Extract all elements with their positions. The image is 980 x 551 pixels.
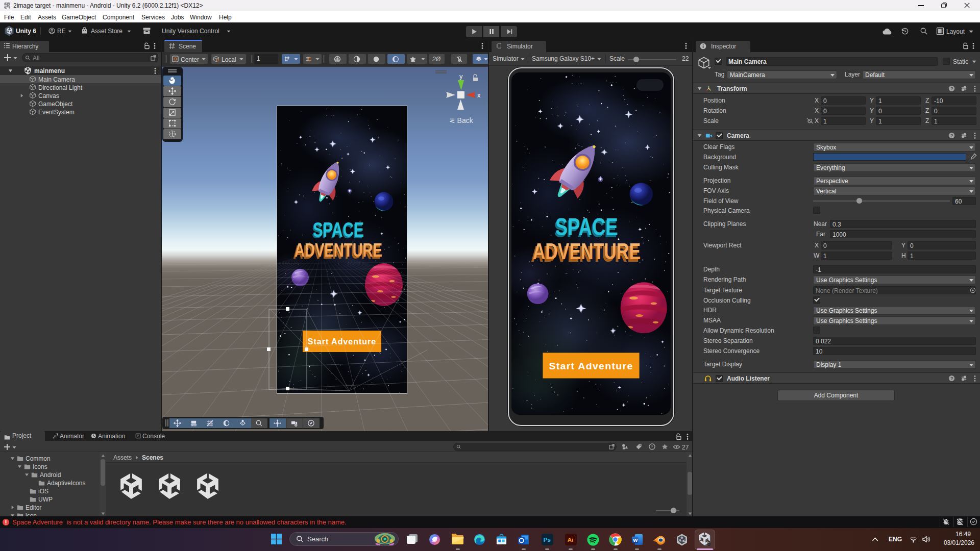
svg-text:6: 6 — [707, 540, 710, 546]
svg-text:Ps: Ps — [544, 537, 551, 543]
svg-text:?: ? — [950, 86, 953, 91]
svg-text:?: ? — [950, 376, 953, 381]
svg-text:Start Adventure: Start Adventure — [549, 360, 633, 371]
svg-text:W: W — [633, 537, 638, 543]
svg-text:Ai: Ai — [568, 537, 574, 543]
svg-text:ADVENTURE: ADVENTURE — [533, 239, 641, 264]
svg-text:y: y — [459, 72, 463, 80]
svg-text:SPACE: SPACE — [555, 213, 618, 240]
svg-text:x: x — [477, 91, 481, 99]
svg-text:?: ? — [950, 133, 953, 138]
